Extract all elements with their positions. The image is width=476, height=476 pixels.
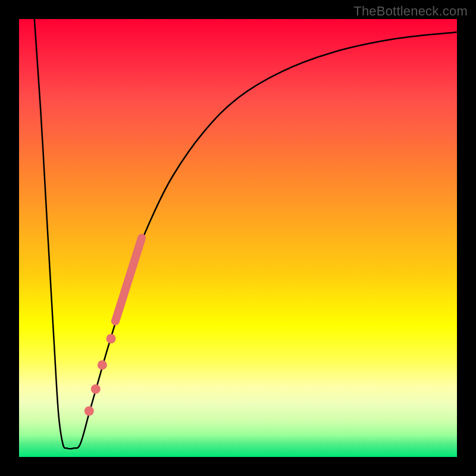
highlight-dot	[107, 334, 116, 343]
highlight-dots	[84, 334, 116, 415]
highlight-segment	[115, 238, 142, 321]
highlight-dot	[98, 360, 107, 369]
highlight-layer	[19, 19, 457, 457]
chart-frame: TheBottleneck.com	[0, 0, 476, 476]
highlight-dot	[84, 406, 94, 416]
highlight-dot	[91, 384, 101, 394]
plot-area	[19, 19, 457, 457]
watermark-text: TheBottleneck.com	[353, 4, 468, 19]
